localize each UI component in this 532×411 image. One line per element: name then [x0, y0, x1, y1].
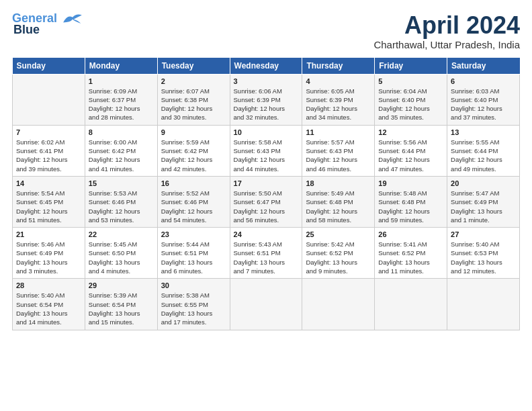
day-number: 11 [306, 128, 371, 136]
day-info: Sunrise: 6:09 AM Sunset: 6:37 PM Dayligh… [89, 87, 154, 122]
day-number: 5 [378, 77, 443, 85]
day-number: 16 [161, 179, 226, 187]
weekday-header-saturday: Saturday [447, 57, 520, 74]
day-info: Sunrise: 5:55 AM Sunset: 6:44 PM Dayligh… [451, 138, 516, 173]
day-number: 22 [89, 230, 154, 238]
day-info: Sunrise: 5:38 AM Sunset: 6:55 PM Dayligh… [161, 291, 226, 326]
day-number: 21 [16, 230, 81, 238]
day-info: Sunrise: 6:03 AM Sunset: 6:40 PM Dayligh… [451, 87, 516, 122]
day-info: Sunrise: 5:54 AM Sunset: 6:45 PM Dayligh… [16, 189, 81, 224]
weekday-header-thursday: Thursday [302, 57, 375, 74]
calendar-cell: 3Sunrise: 6:06 AM Sunset: 6:39 PM Daylig… [230, 74, 302, 125]
day-number: 24 [234, 230, 299, 238]
week-row-1: 1Sunrise: 6:09 AM Sunset: 6:37 PM Daylig… [13, 74, 520, 125]
day-info: Sunrise: 5:41 AM Sunset: 6:52 PM Dayligh… [378, 240, 443, 275]
day-number: 20 [451, 179, 516, 187]
location: Charthawal, Uttar Pradesh, India [373, 39, 520, 50]
day-info: Sunrise: 5:56 AM Sunset: 6:44 PM Dayligh… [378, 138, 443, 173]
day-info: Sunrise: 5:39 AM Sunset: 6:54 PM Dayligh… [89, 291, 154, 326]
calendar-cell: 13Sunrise: 5:55 AM Sunset: 6:44 PM Dayli… [447, 125, 520, 176]
day-number: 17 [234, 179, 299, 187]
week-row-3: 14Sunrise: 5:54 AM Sunset: 6:45 PM Dayli… [13, 176, 520, 227]
calendar-cell [302, 279, 375, 330]
day-number: 19 [378, 179, 443, 187]
day-info: Sunrise: 5:57 AM Sunset: 6:43 PM Dayligh… [306, 138, 371, 173]
month-title: April 2024 [373, 12, 520, 39]
calendar-cell: 27Sunrise: 5:40 AM Sunset: 6:53 PM Dayli… [447, 228, 520, 279]
day-info: Sunrise: 5:50 AM Sunset: 6:47 PM Dayligh… [234, 189, 299, 224]
day-number: 14 [16, 179, 81, 187]
day-number: 6 [451, 77, 516, 85]
day-number: 7 [16, 128, 81, 136]
day-info: Sunrise: 5:46 AM Sunset: 6:49 PM Dayligh… [16, 240, 81, 275]
day-info: Sunrise: 6:07 AM Sunset: 6:38 PM Dayligh… [161, 87, 226, 122]
weekday-header-monday: Monday [85, 57, 157, 74]
day-info: Sunrise: 5:49 AM Sunset: 6:48 PM Dayligh… [306, 189, 371, 224]
calendar-cell: 5Sunrise: 6:04 AM Sunset: 6:40 PM Daylig… [375, 74, 447, 125]
calendar-cell [13, 74, 85, 125]
day-number: 26 [378, 230, 443, 238]
day-info: Sunrise: 5:48 AM Sunset: 6:48 PM Dayligh… [378, 189, 443, 224]
calendar-cell: 12Sunrise: 5:56 AM Sunset: 6:44 PM Dayli… [375, 125, 447, 176]
day-info: Sunrise: 6:02 AM Sunset: 6:41 PM Dayligh… [16, 138, 81, 173]
week-row-5: 28Sunrise: 5:40 AM Sunset: 6:54 PM Dayli… [13, 279, 520, 330]
header: General Blue April 2024 Charthawal, Utta… [12, 12, 520, 50]
day-info: Sunrise: 5:47 AM Sunset: 6:49 PM Dayligh… [451, 189, 516, 224]
calendar-cell: 8Sunrise: 6:00 AM Sunset: 6:42 PM Daylig… [85, 125, 157, 176]
day-info: Sunrise: 6:04 AM Sunset: 6:40 PM Dayligh… [378, 87, 443, 122]
day-info: Sunrise: 5:58 AM Sunset: 6:43 PM Dayligh… [234, 138, 299, 173]
day-number: 27 [451, 230, 516, 238]
calendar-cell: 4Sunrise: 6:05 AM Sunset: 6:39 PM Daylig… [302, 74, 375, 125]
day-number: 3 [234, 77, 299, 85]
day-number: 28 [16, 281, 81, 289]
calendar-cell [447, 279, 520, 330]
weekday-header-tuesday: Tuesday [157, 57, 230, 74]
calendar-cell: 14Sunrise: 5:54 AM Sunset: 6:45 PM Dayli… [13, 176, 85, 227]
calendar-cell: 30Sunrise: 5:38 AM Sunset: 6:55 PM Dayli… [157, 279, 230, 330]
calendar-cell: 29Sunrise: 5:39 AM Sunset: 6:54 PM Dayli… [85, 279, 157, 330]
day-number: 10 [234, 128, 299, 136]
day-number: 15 [89, 179, 154, 187]
day-info: Sunrise: 6:05 AM Sunset: 6:39 PM Dayligh… [306, 87, 371, 122]
day-info: Sunrise: 5:42 AM Sunset: 6:52 PM Dayligh… [306, 240, 371, 275]
day-info: Sunrise: 6:00 AM Sunset: 6:42 PM Dayligh… [89, 138, 154, 173]
day-info: Sunrise: 5:53 AM Sunset: 6:46 PM Dayligh… [89, 189, 154, 224]
weekday-header-row: SundayMondayTuesdayWednesdayThursdayFrid… [13, 57, 520, 74]
day-info: Sunrise: 5:59 AM Sunset: 6:42 PM Dayligh… [161, 138, 226, 173]
week-row-4: 21Sunrise: 5:46 AM Sunset: 6:49 PM Dayli… [13, 228, 520, 279]
day-number: 1 [89, 77, 154, 85]
day-number: 2 [161, 77, 226, 85]
calendar-cell [375, 279, 447, 330]
day-info: Sunrise: 6:06 AM Sunset: 6:39 PM Dayligh… [234, 87, 299, 122]
calendar-cell: 26Sunrise: 5:41 AM Sunset: 6:52 PM Dayli… [375, 228, 447, 279]
calendar-cell [230, 279, 302, 330]
calendar-cell: 11Sunrise: 5:57 AM Sunset: 6:43 PM Dayli… [302, 125, 375, 176]
calendar-cell: 18Sunrise: 5:49 AM Sunset: 6:48 PM Dayli… [302, 176, 375, 227]
calendar-table: SundayMondayTuesdayWednesdayThursdayFrid… [12, 57, 520, 330]
calendar-cell: 19Sunrise: 5:48 AM Sunset: 6:48 PM Dayli… [375, 176, 447, 227]
day-number: 4 [306, 77, 371, 85]
calendar-cell: 22Sunrise: 5:45 AM Sunset: 6:50 PM Dayli… [85, 228, 157, 279]
weekday-header-wednesday: Wednesday [230, 57, 302, 74]
weekday-header-sunday: Sunday [13, 57, 85, 74]
logo-line2: Blue [13, 23, 40, 37]
day-number: 29 [89, 281, 154, 289]
calendar-cell: 24Sunrise: 5:43 AM Sunset: 6:51 PM Dayli… [230, 228, 302, 279]
calendar-cell: 28Sunrise: 5:40 AM Sunset: 6:54 PM Dayli… [13, 279, 85, 330]
calendar-cell: 21Sunrise: 5:46 AM Sunset: 6:49 PM Dayli… [13, 228, 85, 279]
logo-bird-icon [62, 12, 83, 26]
calendar-cell: 2Sunrise: 6:07 AM Sunset: 6:38 PM Daylig… [157, 74, 230, 125]
page: General Blue April 2024 Charthawal, Utta… [0, 0, 532, 337]
day-info: Sunrise: 5:45 AM Sunset: 6:50 PM Dayligh… [89, 240, 154, 275]
day-number: 25 [306, 230, 371, 238]
week-row-2: 7Sunrise: 6:02 AM Sunset: 6:41 PM Daylig… [13, 125, 520, 176]
day-info: Sunrise: 5:52 AM Sunset: 6:46 PM Dayligh… [161, 189, 226, 224]
calendar-cell: 9Sunrise: 5:59 AM Sunset: 6:42 PM Daylig… [157, 125, 230, 176]
day-info: Sunrise: 5:43 AM Sunset: 6:51 PM Dayligh… [234, 240, 299, 275]
weekday-header-friday: Friday [375, 57, 447, 74]
calendar-cell: 17Sunrise: 5:50 AM Sunset: 6:47 PM Dayli… [230, 176, 302, 227]
calendar-cell: 15Sunrise: 5:53 AM Sunset: 6:46 PM Dayli… [85, 176, 157, 227]
logo: General Blue [12, 12, 83, 37]
calendar-cell: 10Sunrise: 5:58 AM Sunset: 6:43 PM Dayli… [230, 125, 302, 176]
day-number: 8 [89, 128, 154, 136]
